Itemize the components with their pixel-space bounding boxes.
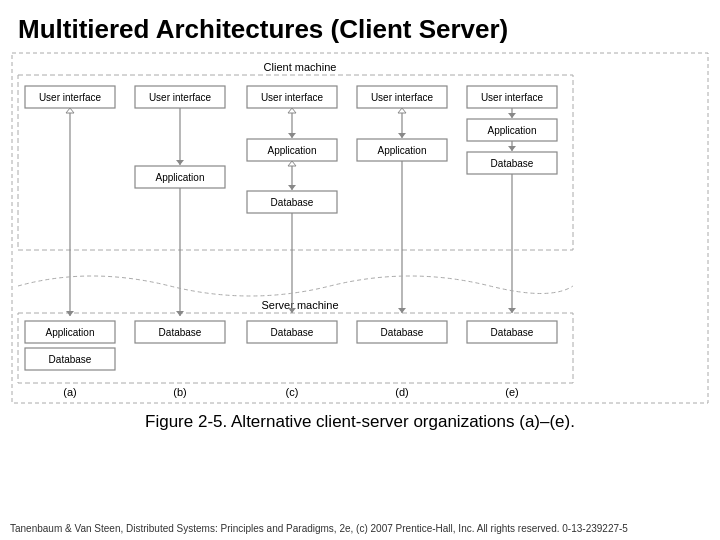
- a-ui: User interface: [39, 92, 102, 103]
- diagram-area: Client machine Server machine User inter…: [0, 51, 720, 406]
- e-db-client: Database: [491, 158, 534, 169]
- d-ui: User interface: [371, 92, 434, 103]
- label-e: (e): [505, 386, 518, 398]
- label-a: (a): [63, 386, 76, 398]
- label-d: (d): [395, 386, 408, 398]
- server-machine-label: Server machine: [261, 299, 338, 311]
- c-ui: User interface: [261, 92, 324, 103]
- e-app: Application: [488, 125, 537, 136]
- a-app: Application: [46, 327, 95, 338]
- client-machine-label: Client machine: [264, 61, 337, 73]
- c-db-server: Database: [271, 327, 314, 338]
- a-db: Database: [49, 354, 92, 365]
- c-db-client: Database: [271, 197, 314, 208]
- title: Multitiered Architectures (Client Server…: [0, 0, 720, 51]
- diagram-svg: Client machine Server machine User inter…: [10, 51, 710, 406]
- b-db: Database: [159, 327, 202, 338]
- caption: Figure 2-5. Alternative client-server or…: [0, 412, 720, 432]
- e-ui: User interface: [481, 92, 544, 103]
- d-app: Application: [378, 145, 427, 156]
- b-app: Application: [156, 172, 205, 183]
- b-ui: User interface: [149, 92, 212, 103]
- c-app: Application: [268, 145, 317, 156]
- label-c: (c): [286, 386, 299, 398]
- e-db-server: Database: [491, 327, 534, 338]
- d-db: Database: [381, 327, 424, 338]
- label-b: (b): [173, 386, 186, 398]
- footer: Tanenbaum & Van Steen, Distributed Syste…: [10, 523, 710, 534]
